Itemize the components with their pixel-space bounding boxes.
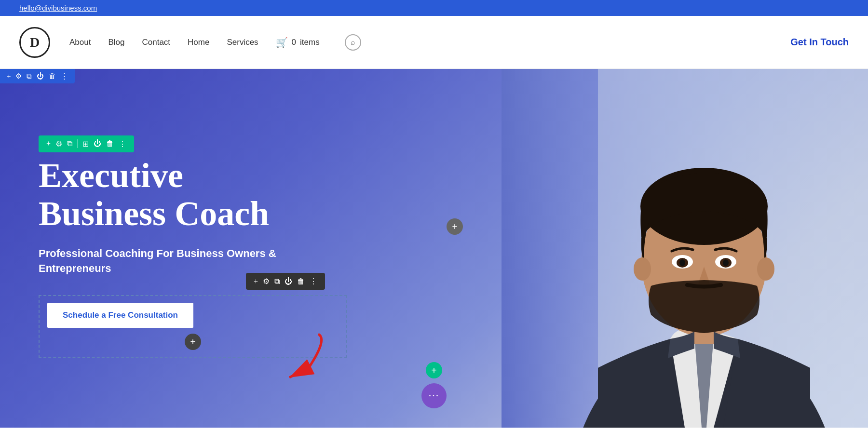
svg-point-7 (634, 257, 651, 281)
mtg-duplicate-icon[interactable]: ⧉ (67, 139, 72, 148)
logo[interactable]: D (19, 27, 50, 58)
add-row-area: + ··· (421, 362, 447, 408)
mtd-trash-icon[interactable]: 🗑 (297, 277, 305, 286)
get-in-touch-link[interactable]: Get In Touch (790, 37, 849, 48)
svg-point-8 (757, 257, 774, 281)
mtg-trash-icon[interactable]: 🗑 (106, 139, 114, 148)
more-options-button[interactable]: ··· (421, 383, 447, 408)
navigation: D About Blog Contact Home Services 🛒 0 i… (0, 16, 868, 69)
hero-title: Executive Business Coach (39, 157, 299, 233)
hero-content: Anthony Briggs + ⚙ ⧉ ⊞ ⏻ 🗑 ⋮ Executive B… (0, 69, 338, 428)
mtg-more-icon[interactable]: ⋮ (119, 139, 126, 148)
mtg-power-icon[interactable]: ⏻ (94, 139, 101, 148)
person-svg (502, 69, 868, 428)
svg-point-13 (679, 259, 685, 266)
inner-add-area: + (47, 331, 339, 350)
row-duplicate-icon[interactable]: ⧉ (27, 72, 32, 81)
hero-image: + (434, 69, 868, 428)
cart-items-label: items (300, 38, 320, 47)
mtg-add-icon[interactable]: + (46, 139, 51, 148)
row-add-icon[interactable]: + (7, 72, 11, 81)
cta-button[interactable]: Schedule a Free Consultation (47, 303, 193, 328)
button-dashed-box: Schedule a Free Consultation + (39, 295, 347, 358)
mtg-gear-icon[interactable]: ⚙ (55, 139, 62, 148)
hero-section: + ⚙ ⧉ ⏻ 🗑 ⋮ Anthony Briggs + ⚙ ⧉ ⊞ ⏻ 🗑 ⋮… (0, 69, 868, 428)
module-toolbar-title: + ⚙ ⧉ ⊞ ⏻ 🗑 ⋮ (39, 135, 134, 152)
row-more-icon[interactable]: ⋮ (61, 72, 68, 81)
nav-home[interactable]: Home (188, 38, 209, 47)
mtd-duplicate-icon[interactable]: ⧉ (274, 277, 280, 286)
row-trash-icon[interactable]: 🗑 (49, 72, 56, 81)
nav-about[interactable]: About (69, 38, 91, 47)
top-bar: hello@divibusiness.com (0, 0, 868, 16)
nav-blog[interactable]: Blog (108, 38, 124, 47)
mtd-gear-icon[interactable]: ⚙ (263, 277, 270, 286)
hero-subtitle: Professional Coaching For Business Owner… (39, 246, 299, 276)
row-power-icon[interactable]: ⏻ (37, 72, 44, 81)
nav-links: About Blog Contact Home Services 🛒 0 ite… (69, 34, 790, 51)
inner-add-button[interactable]: + (185, 334, 201, 350)
nav-services[interactable]: Services (227, 38, 258, 47)
add-section-button[interactable]: + (447, 218, 463, 235)
row-gear-icon[interactable]: ⚙ (15, 72, 22, 81)
svg-point-14 (723, 259, 729, 266)
mtd-add-icon[interactable]: + (254, 277, 258, 286)
row-toolbar: + ⚙ ⧉ ⏻ 🗑 ⋮ (0, 69, 75, 83)
nav-contact[interactable]: Contact (142, 38, 170, 47)
mtg-grid-icon[interactable]: ⊞ (82, 139, 89, 148)
add-row-button[interactable]: + (426, 362, 442, 378)
mtd-more-icon[interactable]: ⋮ (310, 277, 317, 286)
cart-icon: 🛒 (276, 37, 288, 48)
logo-circle: D (19, 27, 50, 58)
search-icon: ⌕ (351, 38, 355, 47)
email-link[interactable]: hello@divibusiness.com (19, 4, 97, 12)
search-button[interactable]: ⌕ (345, 34, 361, 51)
mtd-power-icon[interactable]: ⏻ (285, 277, 292, 286)
cart-area[interactable]: 🛒 0 items (276, 37, 320, 48)
module-toolbar-button: + ⚙ ⧉ ⏻ 🗑 ⋮ (246, 273, 325, 290)
cart-count: 0 (292, 38, 296, 47)
button-container: + ⚙ ⧉ ⏻ 🗑 ⋮ Schedule a Free Consultation… (39, 295, 299, 358)
